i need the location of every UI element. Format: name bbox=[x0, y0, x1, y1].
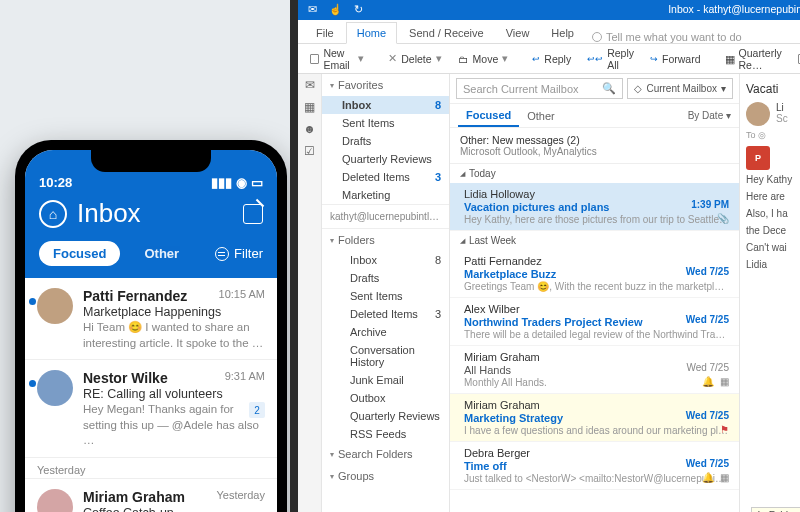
lightbulb-icon bbox=[592, 32, 602, 42]
tab-other[interactable]: Other bbox=[130, 241, 193, 266]
nav-search-folders[interactable]: Search Folders bbox=[322, 443, 449, 465]
menu-home[interactable]: Home bbox=[346, 22, 397, 44]
move-button[interactable]: 🗀Move▾ bbox=[452, 49, 515, 68]
calendar-icon: ▦ bbox=[720, 472, 729, 483]
tell-me-search[interactable]: Tell me what you want to do bbox=[592, 31, 742, 43]
signal-icon: ▮▮▮ bbox=[211, 175, 232, 190]
menu-file[interactable]: File bbox=[306, 23, 344, 43]
nav-inbox[interactable]: Inbox8 bbox=[322, 96, 449, 114]
list-tab-focused[interactable]: Focused bbox=[458, 105, 519, 127]
rail-tasks-icon[interactable]: ☑ bbox=[304, 144, 315, 158]
inbox-title: Inbox bbox=[77, 198, 233, 229]
search-scope[interactable]: ◇Current Mailbox▾ bbox=[627, 78, 733, 99]
status-icons: ▮▮▮ ◉ ▭ bbox=[211, 175, 263, 190]
envelope-icon bbox=[310, 54, 319, 64]
message-row[interactable]: Nestor Wilke RE: Calling all volunteers … bbox=[25, 360, 277, 458]
sub-convo[interactable]: Conversation History bbox=[322, 341, 449, 371]
powerpoint-attachment-icon[interactable]: P bbox=[746, 146, 770, 170]
nav-deleted[interactable]: Deleted Items3 bbox=[322, 168, 449, 186]
reply-button[interactable]: ↩Reply bbox=[526, 50, 577, 68]
quickstep-tomanager[interactable]: To Manager bbox=[792, 44, 800, 74]
rail-calendar-icon[interactable]: ▦ bbox=[304, 100, 315, 114]
flag-icon[interactable]: ⚑ bbox=[720, 424, 729, 435]
nav-sent[interactable]: Sent Items bbox=[322, 114, 449, 132]
rail-mail-icon[interactable]: ✉ bbox=[305, 78, 315, 92]
phone-screen: 10:28 ▮▮▮ ◉ ▭ ⌂ Inbox Focused Other Filt… bbox=[25, 150, 277, 512]
attachment-icon: 📎 bbox=[717, 213, 729, 224]
mail-row[interactable]: Alex Wilber Northwind Traders Project Re… bbox=[450, 298, 739, 346]
nav-folders[interactable]: Folders bbox=[322, 229, 449, 251]
new-email-button[interactable]: New Email▾ bbox=[304, 44, 370, 74]
nav-marketing[interactable]: Marketing bbox=[322, 186, 449, 204]
mail-list[interactable]: Other: New messages (2) Microsoft Outloo… bbox=[450, 128, 739, 512]
nav-groups[interactable]: Groups bbox=[322, 465, 449, 487]
avatar bbox=[37, 370, 73, 406]
mail-row[interactable]: Miriam Graham Marketing Strategy I have … bbox=[450, 394, 739, 442]
sub-drafts[interactable]: Drafts bbox=[322, 269, 449, 287]
dropdown-icon: ◇ bbox=[634, 83, 642, 94]
mail-row[interactable]: Lidia Holloway Vacation pictures and pla… bbox=[450, 183, 739, 231]
nav-quarterly[interactable]: Quarterly Reviews bbox=[322, 150, 449, 168]
sub-junk[interactable]: Junk Email bbox=[322, 371, 449, 389]
calendar-icon: ▦ bbox=[720, 376, 729, 387]
tab-focused[interactable]: Focused bbox=[39, 241, 120, 266]
compose-icon[interactable] bbox=[243, 204, 263, 224]
account-header[interactable]: kathyt@lucernepubintl.com bbox=[322, 204, 449, 229]
folder-tooltip: In Folder: Inbox bbox=[751, 507, 800, 512]
quickstep-quarterly[interactable]: ▦Quarterly Re… bbox=[719, 44, 788, 74]
forward-button[interactable]: ↪Forward bbox=[644, 50, 707, 68]
forward-icon: ↪ bbox=[650, 54, 658, 64]
reply-icon: ↩ bbox=[532, 54, 540, 64]
section-yesterday: Yesterday bbox=[25, 458, 277, 479]
folder-icon: 🗀 bbox=[458, 53, 469, 65]
message-row[interactable]: Miriam Graham Coffee Catch-up Conflict: … bbox=[25, 479, 277, 512]
subject: Coffee Catch-up bbox=[83, 506, 265, 512]
wifi-icon: ◉ bbox=[236, 175, 247, 190]
sub-outbox[interactable]: Outbox bbox=[322, 389, 449, 407]
reply-all-button[interactable]: ↩↩Reply All bbox=[581, 44, 640, 74]
touch-icon[interactable]: ☝ bbox=[329, 3, 342, 16]
module-rail: ✉ ▦ ☻ ☑ bbox=[298, 74, 322, 512]
mail-icon: ✉ bbox=[308, 3, 317, 15]
subject: Marketplace Happenings bbox=[83, 305, 265, 319]
message-row[interactable]: Patti Fernandez Marketplace Happenings H… bbox=[25, 278, 277, 360]
folder-nav: Favorites Inbox8 Sent Items Drafts Quart… bbox=[322, 74, 450, 512]
sub-sent[interactable]: Sent Items bbox=[322, 287, 449, 305]
time: 10:15 AM bbox=[219, 288, 265, 300]
subject: RE: Calling all volunteers bbox=[83, 387, 265, 401]
laptop-screen: ✉ ☝ ↻ Inbox - kathyt@lucernepubintl.com … bbox=[298, 0, 800, 512]
list-tab-other[interactable]: Other bbox=[519, 106, 563, 126]
home-icon[interactable]: ⌂ bbox=[39, 200, 67, 228]
mail-row[interactable]: Miriam Graham All Hands Monthly All Hand… bbox=[450, 346, 739, 394]
phone-notch bbox=[91, 150, 211, 172]
bell-icon: 🔔 bbox=[702, 472, 714, 483]
sub-archive[interactable]: Archive bbox=[322, 323, 449, 341]
sub-deleted[interactable]: Deleted Items3 bbox=[322, 305, 449, 323]
menu-help[interactable]: Help bbox=[541, 23, 584, 43]
sub-quarterly[interactable]: Quarterly Reviews bbox=[322, 407, 449, 425]
sort-by[interactable]: By Date ▾ bbox=[688, 110, 731, 121]
search-input[interactable]: Search Current Mailbox🔍 bbox=[456, 78, 623, 99]
other-teaser[interactable]: Other: New messages (2) Microsoft Outloo… bbox=[450, 128, 739, 164]
filter-button[interactable]: Filter bbox=[215, 246, 263, 261]
sync-icon[interactable]: ↻ bbox=[354, 3, 363, 15]
phone-message-list[interactable]: Patti Fernandez Marketplace Happenings H… bbox=[25, 278, 277, 512]
mail-row[interactable]: Debra Berger Time off Just talked to <Ne… bbox=[450, 442, 739, 490]
menu-view[interactable]: View bbox=[496, 23, 540, 43]
mail-row[interactable]: Patti Fernandez Marketplace Buzz Greetin… bbox=[450, 250, 739, 298]
nav-favorites[interactable]: Favorites bbox=[322, 74, 449, 96]
phone-tabs: Focused Other Filter bbox=[39, 241, 263, 266]
nav-drafts[interactable]: Drafts bbox=[322, 132, 449, 150]
group-lastweek[interactable]: Last Week bbox=[450, 231, 739, 250]
preview: Hey Megan! Thanks again for setting this… bbox=[83, 402, 265, 449]
mail-list-column: Search Current Mailbox🔍 ◇Current Mailbox… bbox=[450, 74, 740, 512]
filter-icon bbox=[215, 247, 229, 261]
sub-rss[interactable]: RSS Feeds bbox=[322, 425, 449, 443]
sub-inbox[interactable]: Inbox8 bbox=[322, 251, 449, 269]
rail-people-icon[interactable]: ☻ bbox=[303, 122, 316, 136]
delete-button[interactable]: ✕Delete▾ bbox=[382, 49, 447, 68]
menu-sendreceive[interactable]: Send / Receive bbox=[399, 23, 494, 43]
group-today[interactable]: Today bbox=[450, 164, 739, 183]
preview: Hi Team 😊 I wanted to share an interesti… bbox=[83, 320, 265, 351]
time: 9:31 AM bbox=[225, 370, 265, 382]
